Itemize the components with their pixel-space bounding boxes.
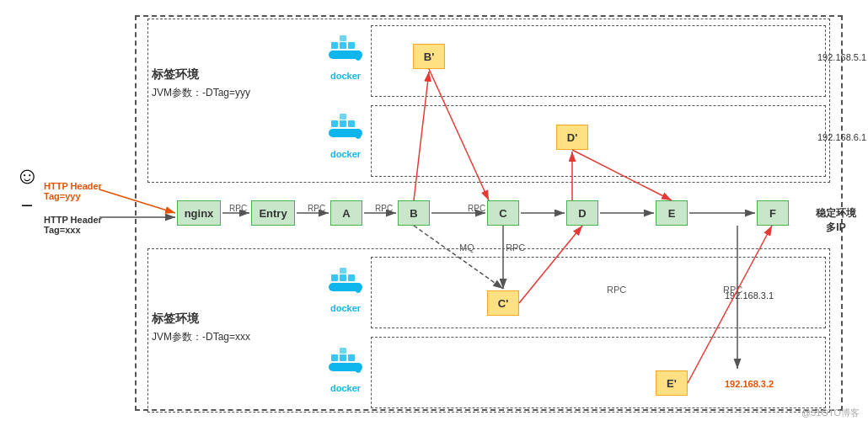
rpc-label-bot1: RPC bbox=[607, 285, 626, 295]
bot-env-label2: JVM参数：-DTag=xxx bbox=[152, 330, 250, 344]
person-icon: ☺ ⎯ bbox=[15, 164, 40, 207]
svg-rect-20 bbox=[340, 354, 346, 361]
svc-d: D bbox=[566, 200, 598, 226]
svg-rect-19 bbox=[331, 354, 338, 361]
svc-c: C bbox=[487, 200, 519, 226]
svg-rect-2 bbox=[340, 42, 346, 49]
svg-rect-7 bbox=[331, 120, 338, 127]
svg-point-5 bbox=[355, 51, 362, 61]
svg-rect-16 bbox=[340, 268, 346, 274]
svc-e-prime: E' bbox=[656, 370, 688, 396]
svc-f: F bbox=[757, 200, 789, 226]
ip-top2: 192.168.6.1 bbox=[817, 132, 866, 142]
docker-label-bot2: docker bbox=[324, 383, 367, 393]
docker-icon-bot1: docker bbox=[324, 268, 367, 313]
rpc-label-4: RPC bbox=[468, 204, 485, 213]
svg-rect-13 bbox=[331, 274, 338, 281]
rpc-label-3: RPC bbox=[375, 204, 393, 213]
http-header-tag-yyy: HTTP Header Tag=yyy bbox=[44, 181, 102, 201]
rpc-label-mq: RPC bbox=[506, 242, 525, 253]
watermark: @51GTO博客 bbox=[801, 407, 860, 419]
docker-label-top2: docker bbox=[324, 149, 367, 159]
svg-rect-14 bbox=[340, 274, 346, 281]
svg-rect-8 bbox=[340, 120, 346, 127]
docker-box-bot2 bbox=[371, 337, 826, 408]
svg-rect-1 bbox=[331, 42, 338, 49]
top-env-label2: JVM参数：-DTag=yyy bbox=[152, 86, 250, 100]
svg-point-11 bbox=[355, 129, 362, 139]
svg-rect-22 bbox=[340, 348, 346, 354]
svg-rect-3 bbox=[348, 42, 355, 49]
docker-box-top2 bbox=[371, 105, 826, 177]
docker-icon-bot2: docker bbox=[324, 348, 367, 393]
bot-env-label1: 标签环境 bbox=[152, 312, 199, 327]
svg-rect-21 bbox=[348, 354, 355, 361]
svg-rect-10 bbox=[340, 114, 346, 120]
ip-bot2: 192.168.3.2 bbox=[725, 379, 774, 389]
rpc-label-1: RPC bbox=[229, 204, 247, 213]
svg-rect-15 bbox=[348, 274, 355, 281]
ip-top1: 192.168.5.1 bbox=[817, 52, 866, 62]
svc-c-prime: C' bbox=[487, 290, 519, 316]
svc-entry: Entry bbox=[251, 200, 295, 226]
svc-e: E bbox=[656, 200, 688, 226]
rpc-label-bot2: RPC bbox=[723, 285, 742, 295]
svg-point-23 bbox=[355, 363, 362, 373]
svc-b-prime: B' bbox=[413, 44, 445, 69]
svc-d-prime: D' bbox=[556, 125, 588, 150]
svg-rect-9 bbox=[348, 120, 355, 127]
svg-point-17 bbox=[355, 283, 362, 293]
mq-label: MQ bbox=[459, 242, 474, 253]
svc-b: B bbox=[398, 200, 430, 226]
docker-label-bot1: docker bbox=[324, 303, 367, 313]
svg-rect-4 bbox=[340, 35, 346, 41]
docker-icon-top2: docker bbox=[324, 114, 367, 159]
svc-a: A bbox=[330, 200, 362, 226]
rpc-label-2: RPC bbox=[308, 204, 325, 213]
docker-icon-top1: docker bbox=[324, 35, 367, 81]
http-header-tag-xxx: HTTP Header Tag=xxx bbox=[44, 215, 102, 235]
diagram-container: ☺ ⎯ HTTP Header Tag=yyy HTTP Header Tag=… bbox=[0, 0, 868, 426]
top-env-label1: 标签环境 bbox=[152, 67, 199, 83]
docker-label-top1: docker bbox=[324, 71, 367, 81]
stable-env-label: 稳定环境多IP bbox=[816, 206, 856, 235]
svc-nginx: nginx bbox=[177, 200, 221, 226]
